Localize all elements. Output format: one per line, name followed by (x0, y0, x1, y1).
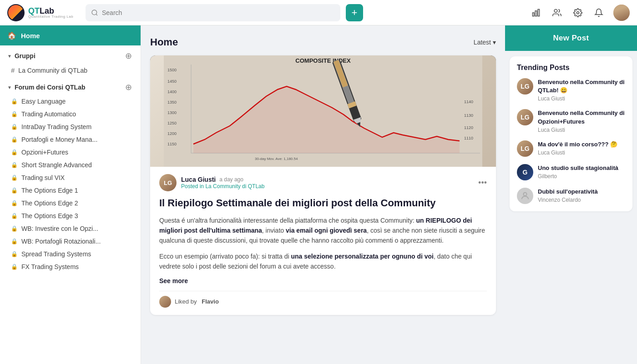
main-layout: 🏠 Home ▼ Gruppi ⊕ # La Community di QTLa… (0, 25, 637, 364)
trending-post-author: Luca Giusti (538, 150, 625, 156)
sidebar-item-opzioni-futures[interactable]: 🔒 Opzioni+Futures (0, 146, 141, 159)
trending-card: Trending Posts LG Benvenuto nella Commun… (510, 56, 632, 211)
svg-line-1 (96, 14, 97, 15)
sidebar: 🏠 Home ▼ Gruppi ⊕ # La Community di QTLa… (0, 25, 141, 364)
forum-section-title: ▼ Forum dei Corsi QTLab (7, 84, 85, 91)
sidebar-item-short-strangle[interactable]: 🔒 Short Strangle Advanced (0, 159, 141, 171)
chevron-down-icon: ▾ (493, 39, 496, 46)
logo[interactable]: QTLab Quantitative Trading Lab (7, 4, 80, 21)
new-post-button[interactable]: New Post (505, 25, 637, 51)
sidebar-item-trading-automatico[interactable]: 🔒 Trading Automatico (0, 108, 141, 120)
trending-post-author: Gilberto (538, 173, 625, 180)
see-more-button[interactable]: See more (159, 277, 188, 284)
post-body: LG Luca Giusti a day ago Posted in La Co… (150, 167, 496, 315)
logo-subtitle: Quantitative Trading Lab (28, 15, 73, 19)
trending-content: Uno studio sulle stagionalità Gilberto (538, 164, 625, 180)
gruppi-add-button[interactable]: ⊕ (123, 51, 133, 61)
gruppi-chevron: ▼ (7, 54, 12, 59)
trending-post-author: Vincenzo Celardo (538, 197, 625, 203)
post-location: Posted in La Community di QTLab (181, 183, 474, 189)
trending-post-title: Ma dov'è il mio corso??? 🤔 (538, 140, 625, 149)
svg-point-0 (92, 10, 97, 15)
svg-text:1200: 1200 (167, 131, 177, 136)
svg-text:1450: 1450 (167, 79, 177, 84)
lock-icon: 🔒 (11, 264, 18, 270)
sidebar-item-easy-language[interactable]: 🔒 Easy Language (0, 95, 141, 108)
post-more-button[interactable]: ••• (478, 178, 487, 188)
lock-icon: 🔒 (11, 213, 18, 219)
logo-icon (7, 4, 25, 21)
post-liked-bar: Liked by Flavio (159, 291, 487, 308)
lock-icon: 🔒 (11, 124, 18, 130)
lock-icon: 🔒 (11, 238, 18, 244)
lock-icon: 🔒 (11, 149, 18, 155)
home-icon: 🏠 (7, 31, 16, 40)
sidebar-item-portafogli[interactable]: 🔒 Portafogli e Money Mana... (0, 133, 141, 146)
hash-icon: # (11, 66, 15, 74)
page-title: Home (150, 36, 178, 48)
trending-item[interactable]: LG Benvenuto nella Community di QTLab! 😀… (517, 78, 625, 102)
post-meta: LG Luca Giusti a day ago Posted in La Co… (159, 174, 487, 191)
trending-content: Benvenuto nella Community di Opzioni+Fut… (538, 109, 625, 133)
svg-text:1130: 1130 (464, 113, 473, 118)
post-meta-info: Luca Giusti a day ago Posted in La Commu… (181, 176, 474, 189)
sidebar-item-community[interactable]: # La Community di QTLab (0, 64, 141, 77)
post-location-link[interactable]: La Community di QTLab (205, 183, 264, 189)
svg-text:1250: 1250 (167, 121, 177, 125)
trending-item[interactable]: LG Benvenuto nella Community di Opzioni+… (517, 109, 625, 133)
sidebar-item-options-edge-2[interactable]: 🔒 The Options Edge 2 (0, 197, 141, 209)
liked-avatar (159, 296, 171, 308)
trending-content: Benvenuto nella Community di QTLab! 😀 Lu… (538, 78, 625, 102)
search-icon (91, 9, 98, 16)
right-panel: New Post Trending Posts LG Benvenuto nel… (505, 25, 637, 364)
trending-avatar: G (517, 164, 533, 180)
forum-add-button[interactable]: ⊕ (123, 82, 133, 92)
lock-icon: 🔒 (11, 251, 18, 257)
svg-point-6 (577, 11, 579, 14)
svg-text:1150: 1150 (167, 142, 177, 146)
chart-background: 1500 1450 1400 1350 1300 1250 1200 1150 … (150, 55, 496, 167)
bell-icon[interactable] (592, 6, 605, 19)
sidebar-item-spread-trading[interactable]: 🔒 Spread Trading Systems (0, 248, 141, 260)
user-avatar[interactable] (613, 5, 630, 21)
forum-chevron: ▼ (7, 85, 12, 90)
post-title: Il Riepilogo Settimanale dei migliori po… (159, 197, 487, 210)
post-timestamp: a day ago (219, 176, 243, 183)
chart-svg: 1500 1450 1400 1350 1300 1250 1200 1150 … (164, 55, 482, 167)
settings-icon[interactable] (571, 6, 584, 19)
content-header: Home Latest ▾ (150, 36, 496, 48)
svg-rect-2 (533, 13, 534, 16)
trending-item[interactable]: G Uno studio sulle stagionalità Gilberto (517, 164, 625, 180)
search-input[interactable] (102, 9, 335, 16)
sidebar-item-intraday[interactable]: 🔒 IntraDay Trading System (0, 120, 141, 133)
trending-item[interactable]: LG Ma dov'è il mio corso??? 🤔 Luca Giust… (517, 140, 625, 157)
post-card: 1500 1450 1400 1350 1300 1250 1200 1150 … (150, 55, 496, 315)
sidebar-item-fx-trading[interactable]: 🔒 FX Trading Systems (0, 260, 141, 273)
svg-text:1140: 1140 (464, 100, 473, 104)
liked-by-name: Flavio (202, 298, 219, 305)
trending-avatar: LG (517, 140, 533, 157)
logo-title: QTLab (28, 7, 73, 15)
chart-icon[interactable] (530, 6, 542, 19)
trending-content: Ma dov'è il mio corso??? 🤔 Luca Giusti (538, 140, 625, 156)
trending-post-author: Luca Giusti (538, 95, 625, 102)
sidebar-item-options-edge-3[interactable]: 🔒 The Options Edge 3 (0, 209, 141, 222)
add-button[interactable]: + (346, 4, 363, 21)
gruppi-section-header[interactable]: ▼ Gruppi ⊕ (0, 45, 141, 64)
trending-item[interactable]: Dubbi sull'operatività Vincenzo Celardo (517, 188, 625, 204)
sidebar-item-wb-portafogli[interactable]: 🔒 WB: Portafogli Rotazionali... (0, 235, 141, 248)
search-bar[interactable] (86, 4, 340, 21)
post-excerpt-2: Ecco un esempio (arrivato poco fa): si t… (159, 251, 487, 272)
lock-icon: 🔒 (11, 187, 18, 194)
sidebar-home[interactable]: 🏠 Home (0, 25, 141, 45)
trending-content: Dubbi sull'operatività Vincenzo Celardo (538, 188, 625, 203)
sort-button[interactable]: Latest ▾ (474, 39, 496, 46)
forum-section-header[interactable]: ▼ Forum dei Corsi QTLab ⊕ (0, 77, 141, 95)
sidebar-item-trading-vix[interactable]: 🔒 Trading sul VIX (0, 171, 141, 184)
svg-text:30-day Mov. Ave: 1,180.54: 30-day Mov. Ave: 1,180.54 (255, 157, 298, 161)
svg-text:1300: 1300 (167, 110, 177, 115)
sidebar-home-label: Home (21, 32, 40, 40)
users-icon[interactable] (551, 6, 563, 19)
sidebar-item-options-edge-1[interactable]: 🔒 The Options Edge 1 (0, 184, 141, 197)
sidebar-item-wb-opzioni[interactable]: 🔒 WB: Investire con le Opzi... (0, 222, 141, 235)
